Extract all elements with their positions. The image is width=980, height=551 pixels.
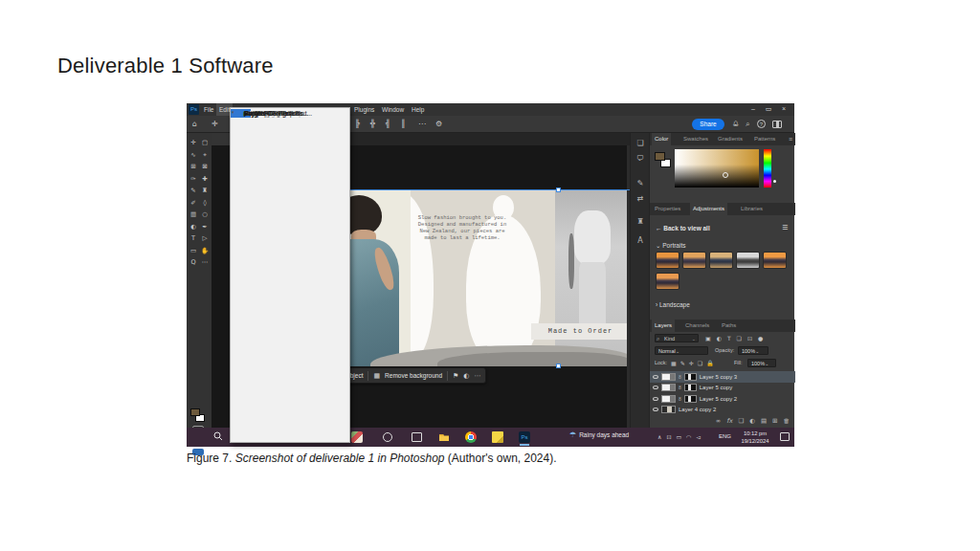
eraser-tool-icon[interactable]: ◊ [203, 197, 206, 209]
menu-help[interactable]: Help [409, 103, 427, 116]
section-portraits[interactable]: ⌄ Portraits [656, 242, 685, 250]
tab-patterns[interactable]: Patterns [751, 133, 778, 145]
move-tool-options-icon[interactable]: ✛ [212, 120, 218, 128]
gradient-tool-icon[interactable]: ▥ [190, 209, 196, 221]
start-button[interactable] [193, 432, 202, 441]
layer-mask-thumbnail[interactable] [684, 384, 697, 391]
section-landscape[interactable]: › Landscape [656, 301, 690, 308]
brush-tool-icon[interactable]: ✎ [190, 185, 195, 197]
remove-background-button[interactable]: Remove background [385, 372, 442, 379]
layer-thumbnail[interactable] [661, 406, 676, 413]
tab-swatches[interactable]: Swatches [680, 133, 711, 145]
cortana-icon[interactable] [383, 432, 392, 442]
ellipsis-icon[interactable]: ⋯ [474, 372, 480, 380]
notification-center-icon[interactable] [780, 432, 790, 441]
tray-battery-icon[interactable]: ▭ [676, 433, 681, 440]
layer-mask-thumbnail[interactable] [684, 395, 697, 403]
portrait-preset-thumbnail-3[interactable] [709, 252, 733, 269]
clone-stamp-tool-icon[interactable]: ♜ [202, 185, 208, 197]
marquee-tool-icon[interactable]: ▢ [202, 137, 208, 149]
color-field[interactable] [675, 149, 759, 187]
minimize-icon[interactable]: – [746, 103, 761, 116]
tab-libraries[interactable]: Libraries [738, 203, 766, 215]
home-icon[interactable]: ⌂ [192, 120, 197, 128]
flag-icon[interactable]: ⚑ [453, 372, 458, 380]
layer-mask-thumbnail[interactable] [684, 373, 697, 381]
visibility-eye-icon[interactable] [653, 408, 658, 411]
lock-all-icon[interactable]: 🔒 [706, 360, 714, 366]
more-tools-icon[interactable]: ⋯ [202, 256, 209, 269]
history-brush-tool-icon[interactable]: ✐ [190, 197, 195, 209]
zoom-tool-icon[interactable]: Q [190, 256, 195, 269]
tab-gradients[interactable]: Gradients [715, 133, 746, 145]
comment-panel-icon[interactable]: ❏ [631, 139, 650, 147]
layer-thumbnail[interactable] [661, 384, 676, 391]
tab-adjustments[interactable]: Adjustments [690, 203, 727, 215]
tab-color[interactable]: Color [652, 133, 671, 145]
align-left-icon[interactable]: ╠ [355, 120, 360, 128]
tab-channels[interactable]: Channels [682, 320, 712, 332]
tray-chevron-icon[interactable]: ∧ [657, 433, 661, 440]
layer-thumbnail[interactable] [661, 395, 676, 403]
layer-row-layer-4-copy-2[interactable]: Layer 4 copy 2 [650, 405, 795, 416]
filter-dot-icon[interactable]: ● [758, 335, 763, 342]
search-icon[interactable]: ⌕ [746, 120, 749, 129]
tab-properties[interactable]: Properties [652, 203, 683, 215]
photoshop-taskbar-icon[interactable]: Ps [519, 431, 530, 443]
visibility-eye-icon[interactable] [653, 397, 658, 401]
close-icon[interactable]: × [776, 103, 791, 116]
lasso-tool-icon[interactable]: ∿ [190, 149, 195, 162]
blend-mode-select[interactable]: Normal⌄ [655, 346, 708, 355]
speech-bubble-icon[interactable]: 🗩 [631, 154, 650, 163]
restore-icon[interactable]: ▭ [761, 103, 776, 116]
sliders-panel-icon[interactable]: ⇄ [631, 194, 650, 203]
transform-handle-top[interactable] [556, 187, 561, 192]
foreground-color-swatch[interactable] [190, 408, 200, 416]
filter-shape-icon[interactable]: ❏ [737, 335, 742, 342]
layer-thumbnail[interactable] [661, 373, 676, 381]
visibility-eye-icon[interactable] [653, 386, 658, 389]
delete-layer-icon[interactable]: 🗑 [784, 417, 791, 428]
blur-tool-icon[interactable]: ○ [202, 209, 208, 221]
more-options-icon[interactable]: ⋯ [418, 120, 426, 128]
object-selection-tool-icon[interactable]: ⌖ [203, 149, 207, 162]
chrome-icon[interactable] [465, 431, 477, 443]
dodge-tool-icon[interactable]: ◐ [190, 221, 196, 233]
rectangle-tool-icon[interactable]: ▭ [190, 245, 196, 257]
filter-image-icon[interactable]: ▣ [705, 335, 711, 342]
tray-shield-icon[interactable]: ⊡ [666, 433, 671, 440]
tab-paths[interactable]: Paths [719, 320, 739, 332]
new-layer-icon[interactable]: ⊞ [772, 417, 777, 428]
move-tool-icon[interactable]: ✛ [190, 137, 195, 149]
transform-handle-bottom[interactable] [556, 364, 561, 368]
share-button[interactable]: Share [692, 119, 724, 130]
layer-row-layer-5-copy[interactable]: 8Layer 5 copy [650, 383, 795, 394]
mask-link-icon[interactable]: 8 [679, 374, 681, 380]
visibility-eye-icon[interactable] [653, 375, 658, 379]
layer-style-fx-icon[interactable]: fx [726, 417, 732, 428]
fill-select[interactable]: 100%⌄ [747, 359, 776, 367]
pen-tool-icon[interactable]: ✒ [202, 221, 207, 233]
distribute-icon[interactable]: ║ [401, 120, 406, 128]
workspace-gear-icon[interactable]: ⚙ [435, 120, 442, 128]
eyedropper-tool-icon[interactable]: ✑ [190, 173, 195, 186]
help-icon[interactable]: ? [757, 120, 766, 128]
mask-link-icon[interactable]: 8 [679, 396, 681, 402]
adjustments-menu-icon[interactable]: ☰ [782, 224, 788, 231]
taskbar-clock[interactable]: 10:12 pm 19/12/2024 [737, 430, 773, 445]
frame-tool-icon[interactable]: ⊠ [202, 161, 207, 173]
taskbar-search-icon[interactable] [213, 431, 223, 441]
opacity-select[interactable]: 100%⌄ [738, 346, 768, 355]
workspace-layout-icon[interactable] [772, 121, 782, 128]
scroll-down-indicator[interactable]: ▼ [231, 109, 234, 116]
path-selection-tool-icon[interactable]: ▷ [203, 232, 208, 245]
new-group-icon[interactable]: ▤ [761, 417, 767, 428]
menu-plugins[interactable]: Plugins [351, 103, 377, 116]
crop-tool-icon[interactable]: ⊞ [190, 161, 195, 173]
portrait-preset-thumbnail-5[interactable] [763, 252, 787, 269]
mask-link-icon[interactable]: 8 [679, 385, 681, 390]
portrait-preset-thumbnail-4[interactable] [736, 252, 760, 269]
seasonal-app-icon[interactable] [351, 431, 363, 443]
sticky-notes-icon[interactable] [492, 431, 503, 443]
artboard[interactable]: Slow fashion brought to you. Designed an… [323, 189, 630, 366]
